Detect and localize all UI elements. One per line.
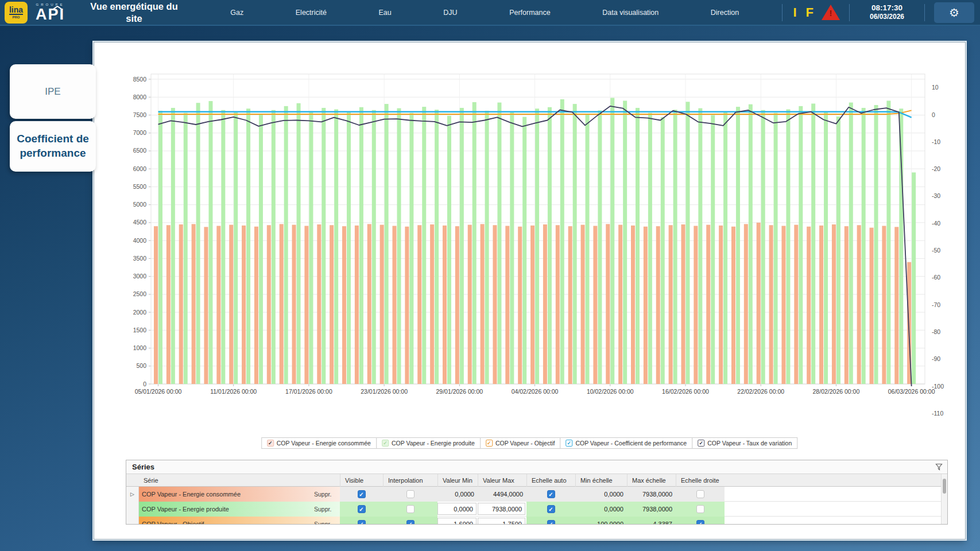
- legend-checkbox[interactable]: ✓: [565, 440, 572, 447]
- svg-text:28/02/2026 00:00: 28/02/2026 00:00: [813, 388, 860, 395]
- svg-text:3000: 3000: [133, 273, 147, 280]
- legend-item-cop-vapeur-energie-consomm-e[interactable]: ✓COP Vapeur - Energie consommée: [261, 437, 377, 449]
- svg-text:0: 0: [143, 381, 146, 387]
- nav-item-performance[interactable]: Performance: [509, 9, 551, 17]
- right-axis-labels: 100-10-20-30-40-50-60-70-80-90-100-110: [932, 84, 944, 417]
- svg-text:-90: -90: [932, 355, 940, 362]
- value-cell: 4,3387: [627, 517, 676, 525]
- value-input[interactable]: 7938,0000: [478, 503, 525, 515]
- column-header-min-chelle[interactable]: Min échelle: [575, 474, 627, 487]
- svg-text:500: 500: [136, 362, 146, 369]
- series-name: COP Vapeur - Energie consommée: [142, 491, 241, 498]
- column-header-max-chelle[interactable]: Max échelle: [627, 474, 676, 487]
- nav-item-electricit[interactable]: Electricité: [296, 9, 327, 17]
- legend-checkbox[interactable]: ✓: [382, 440, 389, 447]
- checkbox[interactable]: ✓: [358, 520, 366, 525]
- svg-text:8000: 8000: [133, 94, 147, 100]
- nav-item-dju[interactable]: DJU: [443, 9, 457, 17]
- table-row-cop-vapeur-energie-produite[interactable]: COP Vapeur - Energie produiteSuppr.✓0,00…: [126, 502, 947, 517]
- table-row-cop-vapeur-objectif[interactable]: COP Vapeur - ObjectifSuppr.✓✓1,60001,750…: [126, 517, 947, 525]
- svg-text:-50: -50: [932, 247, 940, 254]
- svg-text:-40: -40: [932, 220, 940, 227]
- nav-item-eau[interactable]: Eau: [379, 9, 392, 17]
- legend-item-cop-vapeur-taux-de-variation[interactable]: ✓COP Vapeur - Taux de variation: [692, 437, 797, 449]
- table-row-cop-vapeur-energie-consomm-e[interactable]: ▷COP Vapeur - Energie consomméeSuppr.✓0,…: [126, 487, 947, 502]
- column-header-visible[interactable]: Visible: [340, 474, 383, 487]
- x-axis-labels: 05/01/2026 00:0011/01/2026 00:0017/01/20…: [135, 388, 935, 395]
- value-input[interactable]: 0,0000: [437, 503, 477, 515]
- svg-text:-20: -20: [932, 165, 940, 172]
- legend-item-cop-vapeur-objectif[interactable]: ✓COP Vapeur - Objectif: [480, 437, 561, 449]
- settings-button[interactable]: ⚙: [934, 2, 974, 23]
- checkbox[interactable]: [406, 505, 415, 513]
- column-header-valeur-min[interactable]: Valeur Min: [437, 474, 478, 487]
- header-divider: [924, 4, 925, 21]
- checkbox[interactable]: ✓: [358, 505, 366, 513]
- clock-date: 06/03/2026: [855, 13, 919, 22]
- legend-checkbox[interactable]: ✓: [267, 440, 274, 447]
- svg-text:-80: -80: [932, 328, 940, 335]
- series-table-header: SérieVisibleInterpolationValeur MinValeu…: [126, 474, 947, 487]
- nav-item-gaz[interactable]: Gaz: [230, 9, 243, 17]
- row-expander[interactable]: [126, 517, 139, 525]
- tab-ipe[interactable]: IPE: [10, 64, 96, 119]
- svg-text:4500: 4500: [133, 219, 147, 226]
- column-header-echelle-droite[interactable]: Echelle droite: [676, 474, 725, 487]
- row-expander[interactable]: [126, 502, 139, 517]
- legend-label: COP Vapeur - Taux de variation: [707, 440, 792, 447]
- svg-text:8500: 8500: [133, 76, 147, 83]
- value-input[interactable]: 1,6000: [437, 518, 477, 525]
- series-table-scrollbar[interactable]: [941, 474, 947, 525]
- value-input[interactable]: 1,7500: [478, 518, 525, 525]
- legend-label: COP Vapeur - Energie consommée: [277, 440, 371, 447]
- legend-label: COP Vapeur - Objectif: [495, 440, 555, 447]
- delete-link[interactable]: Suppr.: [314, 521, 331, 525]
- legend-label: COP Vapeur - Energie produite: [392, 440, 475, 447]
- legend-item-cop-vapeur-energie-produite[interactable]: ✓COP Vapeur - Energie produite: [376, 437, 481, 449]
- svg-text:04/02/2026 00:00: 04/02/2026 00:00: [512, 388, 559, 395]
- column-header-echelle-auto[interactable]: Echelle auto: [526, 474, 575, 487]
- legend-checkbox[interactable]: ✓: [698, 440, 704, 447]
- svg-text:4000: 4000: [133, 237, 147, 244]
- column-header-valeur-max[interactable]: Valeur Max: [478, 474, 526, 487]
- row-expander[interactable]: ▷: [126, 487, 139, 502]
- delete-link[interactable]: Suppr.: [314, 506, 331, 513]
- checkbox[interactable]: ✓: [547, 505, 555, 513]
- svg-text:7000: 7000: [133, 129, 147, 136]
- checkbox-cell: ✓: [526, 517, 575, 525]
- tab-coefficient-de-performance[interactable]: Coefficient de performance: [10, 121, 96, 172]
- checkbox[interactable]: ✓: [406, 520, 415, 525]
- warning-triangle-icon[interactable]: !: [822, 5, 840, 20]
- lina-logo-sub: PRO: [12, 15, 20, 19]
- checkbox[interactable]: ✓: [358, 490, 366, 498]
- series-name: COP Vapeur - Energie produite: [142, 506, 229, 513]
- svg-text:5500: 5500: [133, 183, 147, 190]
- checkbox[interactable]: ✓: [696, 520, 704, 525]
- value-cell: 0,0000: [575, 487, 627, 502]
- delete-link[interactable]: Suppr.: [314, 491, 331, 498]
- scrollbar-thumb[interactable]: [943, 479, 946, 494]
- checkbox[interactable]: [406, 490, 415, 498]
- checkbox[interactable]: [696, 490, 704, 498]
- nav-item-data-visualisation[interactable]: Data visualisation: [602, 9, 659, 17]
- column-header-interpolation[interactable]: Interpolation: [383, 474, 437, 487]
- checkbox[interactable]: ✓: [547, 520, 555, 525]
- header-divider: [849, 4, 850, 21]
- legend-checkbox[interactable]: ✓: [486, 440, 493, 447]
- filter-icon[interactable]: [935, 463, 943, 471]
- series-panel-title: Séries: [132, 463, 154, 471]
- value-cell: 7938,0000: [627, 487, 676, 502]
- svg-text:16/02/2026 00:00: 16/02/2026 00:00: [662, 388, 709, 395]
- value-cell: 4494,0000: [478, 487, 526, 502]
- svg-text:-70: -70: [932, 301, 940, 308]
- value-cell: 0,0000: [575, 502, 627, 517]
- checkbox-cell: ✓: [383, 517, 437, 525]
- svg-text:10/02/2026 00:00: 10/02/2026 00:00: [587, 388, 634, 395]
- column-header-s-rie[interactable]: Série: [139, 474, 340, 487]
- api-logo-roof-icon: [51, 6, 64, 10]
- nav-item-direction[interactable]: Direction: [711, 9, 739, 17]
- svg-text:10: 10: [932, 84, 939, 91]
- legend-item-cop-vapeur-coefficient-de-performance[interactable]: ✓COP Vapeur - Coefficient de performance: [560, 437, 692, 449]
- checkbox[interactable]: ✓: [547, 490, 555, 498]
- checkbox[interactable]: [696, 505, 704, 513]
